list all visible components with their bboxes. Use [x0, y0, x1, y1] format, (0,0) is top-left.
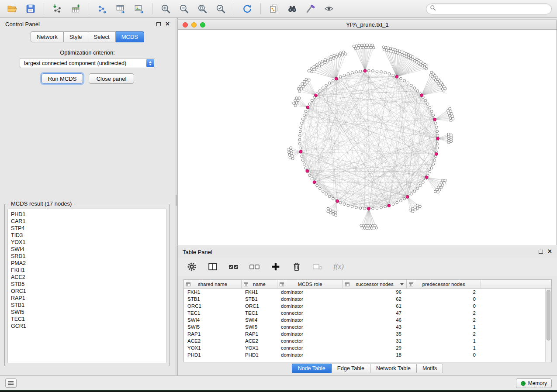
table-body: FKH1FKH1dominator962STB1STB1dominator620…: [184, 289, 546, 358]
mcds-result-item[interactable]: SWI4: [11, 246, 163, 253]
tab-network-table[interactable]: Network Table: [370, 364, 417, 373]
delete-column-icon[interactable]: [291, 261, 302, 272]
function-builder-icon: f(x): [333, 261, 344, 272]
scrollbar-thumb[interactable]: [547, 290, 550, 340]
mcds-result-item[interactable]: STB5: [11, 281, 163, 288]
export-image-icon[interactable]: [132, 2, 146, 15]
mcds-result-item[interactable]: ORC1: [11, 288, 163, 295]
tab-select[interactable]: Select: [88, 31, 116, 42]
mcds-result-item[interactable]: TID3: [11, 232, 163, 239]
criterion-dropdown-value: largest connected component (undirected): [24, 60, 126, 66]
tab-style[interactable]: Style: [64, 31, 88, 42]
save-session-icon[interactable]: [24, 2, 38, 15]
criterion-dropdown[interactable]: largest connected component (undirected): [20, 58, 155, 68]
search-icon: [430, 5, 436, 13]
mcds-result-item[interactable]: GCR1: [11, 323, 163, 330]
mcds-result-item[interactable]: PHD1: [11, 211, 163, 218]
vertical-splitter[interactable]: [175, 18, 178, 375]
table-row[interactable]: RAP1RAP1dominator352: [184, 330, 546, 337]
mcds-result-title: MCDS result (17 nodes): [9, 200, 74, 207]
tab-edge-table[interactable]: Edge Table: [332, 364, 370, 373]
show-columns-icon[interactable]: [208, 261, 218, 272]
mcds-result-item[interactable]: CAR1: [11, 218, 163, 225]
splitter-handle[interactable]: [176, 195, 177, 206]
import-table-icon[interactable]: [69, 2, 83, 15]
show-hide-graphics-icon[interactable]: [322, 2, 336, 15]
network-graph[interactable]: [178, 30, 557, 245]
select-all-icon[interactable]: [228, 261, 239, 272]
table-settings-gear-icon[interactable]: [187, 261, 197, 272]
table-row[interactable]: TEC1TEC1connector472: [184, 309, 546, 316]
sort-chevron-icon: [400, 283, 404, 285]
table-row[interactable]: SWI5SWI5connector431: [184, 323, 546, 330]
column-header-filler: [481, 280, 551, 289]
mcds-result-item[interactable]: STB1: [11, 302, 163, 309]
memory-button[interactable]: Memory: [516, 378, 552, 388]
table-row[interactable]: ACE2ACE2connector311: [184, 337, 546, 344]
column-header-name[interactable]: name: [242, 280, 277, 289]
table-row[interactable]: ORC1ORC1dominator610: [184, 303, 546, 309]
tab-node-table[interactable]: Node Table: [292, 364, 332, 373]
export-table-icon[interactable]: [114, 2, 128, 15]
apply-layout-icon[interactable]: [240, 2, 254, 15]
tab-network[interactable]: Network: [31, 31, 64, 42]
close-panel-icon[interactable]: ×: [166, 22, 170, 26]
mcds-result-item[interactable]: TEC1: [11, 316, 163, 323]
mcds-result-item[interactable]: YOX1: [11, 239, 163, 246]
mcds-result-list[interactable]: PHD1CAR1STP4TID3YOX1SWI4SRD1PMA2FKH1ACE2…: [7, 209, 166, 363]
search-input[interactable]: [438, 6, 551, 12]
table-row[interactable]: STB1STB1dominator620: [184, 296, 546, 303]
table-row[interactable]: YOX1YOX1connector291: [184, 344, 546, 351]
tab-motifs[interactable]: Motifs: [417, 364, 443, 373]
optimization-criterion-label: Optimization criterion:: [0, 49, 175, 56]
mcds-result-item[interactable]: PMA2: [11, 260, 163, 267]
add-column-icon[interactable]: [270, 261, 281, 272]
table-grid-icon: [280, 282, 284, 287]
zoom-fit-icon[interactable]: [195, 2, 209, 15]
dropdown-stepper-icon: [146, 59, 154, 67]
memory-label: Memory: [528, 380, 547, 386]
toolbar-separator: [44, 3, 44, 14]
table-grid-icon: [186, 282, 190, 287]
network-canvas[interactable]: [178, 30, 557, 245]
find-icon[interactable]: [285, 2, 299, 15]
table-row[interactable]: PHD1PHD1dominator180: [184, 351, 546, 358]
column-header-MCDS-role[interactable]: MCDS role: [277, 280, 343, 289]
import-network-icon[interactable]: [50, 2, 64, 15]
tab-mcds[interactable]: MCDS: [116, 31, 144, 42]
table-scrollbar[interactable]: [545, 289, 551, 362]
memory-status-icon: [521, 381, 526, 386]
main-toolbar: [0, 0, 557, 18]
table-row[interactable]: SWI4SWI4dominator462: [184, 316, 546, 323]
close-panel-button[interactable]: Close panel: [89, 73, 134, 84]
search-field[interactable]: [426, 3, 552, 14]
mcds-result-item[interactable]: ACE2: [11, 274, 163, 281]
table-tabs: Node TableEdge TableNetwork TableMotifs: [178, 364, 557, 373]
mcds-result-item[interactable]: RAP1: [11, 295, 163, 302]
mcds-result-item[interactable]: SWI5: [11, 309, 163, 316]
open-session-icon[interactable]: [5, 2, 19, 15]
float-table-panel-icon[interactable]: [539, 250, 543, 254]
zoom-selected-icon[interactable]: [214, 2, 228, 15]
style-brush-icon[interactable]: [304, 2, 318, 15]
deselect-all-icon[interactable]: [249, 261, 260, 272]
toolbar-separator: [260, 3, 261, 14]
mcds-result-item[interactable]: STP4: [11, 225, 163, 232]
run-mcds-button[interactable]: Run MCDS: [42, 73, 83, 84]
column-header-shared-name[interactable]: shared name: [184, 280, 242, 289]
table-toolbar: f(x): [178, 258, 557, 276]
task-history-button[interactable]: [5, 378, 17, 388]
mcds-result-item[interactable]: SRD1: [11, 253, 163, 260]
zoom-in-icon[interactable]: [159, 2, 173, 15]
fx-label: f(x): [333, 262, 344, 271]
float-panel-icon[interactable]: [156, 22, 161, 26]
close-table-panel-icon[interactable]: ×: [548, 249, 552, 254]
zoom-out-icon[interactable]: [177, 2, 191, 15]
clone-network-icon[interactable]: [267, 2, 281, 15]
column-header-successor-nodes[interactable]: successor nodes: [343, 280, 407, 289]
control-panel: Control Panel × NetworkStyleSelectMCDS O…: [0, 18, 175, 375]
column-header-predecessor-nodes[interactable]: predecessor nodes: [407, 280, 481, 289]
mcds-result-item[interactable]: FKH1: [11, 267, 163, 274]
export-network-icon[interactable]: [95, 2, 109, 15]
table-row[interactable]: FKH1FKH1dominator962: [184, 289, 546, 296]
